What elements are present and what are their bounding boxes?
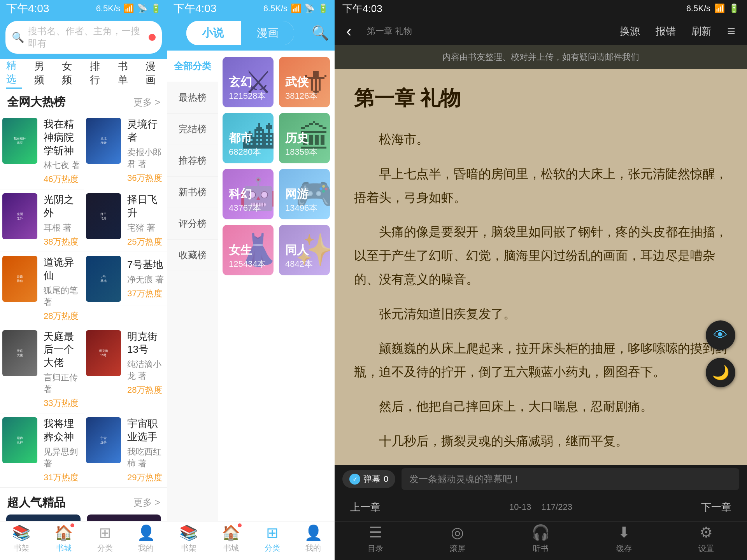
search-icon-2[interactable]: 🔍 xyxy=(312,25,329,41)
next-chapter-button[interactable]: 下一章 xyxy=(701,500,731,514)
nav-category-1[interactable]: ⊞ 分类 xyxy=(97,524,113,553)
signal-icon-2: 📶 xyxy=(291,4,301,14)
book-info-7: 天庭最后一个大佬 言归正传 著 33万热度 xyxy=(44,330,81,409)
book-row-2: 光阴之外 光阴之外 耳根 著 38万热度 择日飞升 择日飞升 宅猪 著 25万热… xyxy=(0,189,167,252)
book-row-3: 道诡异仙 道诡异仙 狐尾的笔 著 28万热度 7号基地 7号基地 净无痕 著 3… xyxy=(0,252,167,326)
cat-card-wangyou[interactable]: 🎮 网游 13496本 xyxy=(279,169,330,219)
list-item[interactable]: 宇宙选手 宇宙职业选手 我吃西红柿 著 29万热度 xyxy=(84,413,167,488)
nav-tab-booklist[interactable]: 书单 xyxy=(118,58,133,88)
listen-label: 听书 xyxy=(533,543,549,554)
nav-bookshelf-2[interactable]: 📚 书架 xyxy=(179,524,198,553)
battery-icon-2: 🔋 xyxy=(318,4,328,14)
sidebar-item-collect[interactable]: 收藏榜 xyxy=(167,240,218,271)
listen-icon: 🎧 xyxy=(531,524,550,541)
battery-icon: 🔋 xyxy=(151,4,161,14)
book-heat-10: 29万热度 xyxy=(127,472,165,483)
book-cover-8: 明克街13号 xyxy=(86,330,121,376)
nav-bookshelf-1[interactable]: 📚 书架 xyxy=(12,524,30,553)
sidebar-item-hot[interactable]: 最热榜 xyxy=(167,82,218,114)
nav-bookstore-1[interactable]: 🏠 书城 xyxy=(54,524,73,553)
list-item[interactable]: 明克街13号 明克街13号 纯洁滴小龙 著 28万热度 xyxy=(84,326,167,401)
cat-card-kehuan[interactable]: 🤖 科幻 43767本 xyxy=(223,169,274,219)
list-item[interactable]: 7号基地 7号基地 净无痕 著 37万热度 xyxy=(84,252,167,306)
list-item[interactable]: 灵境行者 灵境行者 卖报小郎君 著 36万热度 xyxy=(84,114,167,188)
search-record-dot xyxy=(149,34,156,41)
nav-tab-rank[interactable]: 排行 xyxy=(90,58,105,88)
sidebar-item-new[interactable]: 新书榜 xyxy=(167,177,218,208)
sidebar-item-all[interactable]: 全部分类 xyxy=(167,51,218,82)
super-book-2[interactable]: 神秘复苏 32万人在 xyxy=(87,514,161,521)
nav-tab-comic[interactable]: 漫画 xyxy=(146,58,161,88)
reading-status-time: 下午4:03 xyxy=(342,2,382,16)
book-heat-9: 31万热度 xyxy=(44,472,81,483)
list-item[interactable]: 我在精神病院 我在精神病院学斩神 林七夜 著 46万热度 xyxy=(0,114,84,189)
list-item[interactable]: 光阴之外 光阴之外 耳根 著 38万热度 xyxy=(0,189,84,252)
cat-card-dushi[interactable]: 🏙 都市 68280本 xyxy=(223,113,274,163)
cat-count-xuanhuan: 121528本 xyxy=(229,90,267,102)
change-source-button[interactable]: 换源 xyxy=(620,24,640,38)
footer-listen[interactable]: 🎧 听书 xyxy=(531,524,550,554)
sidebar-item-complete[interactable]: 完结榜 xyxy=(167,114,218,145)
nav-profile-2[interactable]: 👤 我的 xyxy=(304,524,323,553)
footer-toc[interactable]: ☰ 目录 xyxy=(368,524,383,554)
list-item[interactable]: 埋葬众神 我将埋葬众神 见异思剑 著 31万热度 xyxy=(0,413,84,488)
book-cover-9: 埋葬众神 xyxy=(2,417,37,463)
night-mode-button[interactable]: 🌙 xyxy=(706,358,735,387)
nav-category-2[interactable]: ⊞ 分类 xyxy=(265,524,280,553)
eye-mode-button[interactable]: 👁 xyxy=(706,320,735,350)
speed-2: 6.5K/s xyxy=(263,4,288,14)
menu-button[interactable]: ≡ xyxy=(727,23,735,39)
prev-chapter-button[interactable]: 上一章 xyxy=(350,500,381,514)
book-half-right-1: 灵境行者 灵境行者 卖报小郎君 著 36万热度 xyxy=(84,114,167,189)
reading-content[interactable]: 第一章 礼物 松海市。 早上七点半，昏暗的房间里，松软的大床上，张元清陡然惊醒，… xyxy=(335,69,747,465)
footer-scroll[interactable]: ◎ 滚屏 xyxy=(450,524,465,554)
toc-label: 目录 xyxy=(368,543,383,554)
cat-card-wuxia[interactable]: 🗡 武侠 38126本 xyxy=(279,57,330,107)
nav-tab-female[interactable]: 女频 xyxy=(62,58,77,88)
book-cover-10: 宇宙选手 xyxy=(86,417,121,463)
back-button[interactable]: ‹ xyxy=(346,23,351,40)
scroll-area-1[interactable]: 全网大热榜 更多 > 我在精神病院 我在精神病院学斩神 林七夜 著 46万热度 … xyxy=(0,87,167,521)
cat-card-lishi[interactable]: 🏛 历史 18359本 xyxy=(279,113,330,163)
cat-card-nvsheng[interactable]: 👗 女生 125434本 xyxy=(223,225,274,275)
nav-bookstore-2[interactable]: 🏠 书城 xyxy=(222,524,240,553)
book-heat-8: 28万热度 xyxy=(127,384,165,396)
reading-speed: 6.5K/s xyxy=(686,4,710,14)
category-icon: ⊞ xyxy=(99,524,111,541)
sidebar-item-score[interactable]: 评分榜 xyxy=(167,208,218,240)
tab-novel[interactable]: 小说 xyxy=(186,21,239,45)
nav-tab-featured[interactable]: 精选 xyxy=(6,57,22,89)
super-book-1[interactable]: 深海余烬 37万人在 xyxy=(6,514,81,521)
cat-title-tongren: 同人 xyxy=(285,242,324,258)
footer-cache[interactable]: ⬇ 缓存 xyxy=(616,524,632,554)
paragraph-4: 张元清知道旧疾复发了。 xyxy=(354,302,728,326)
search-input-wrap[interactable]: 🔍 搜书名、作者、主角，一搜即有 xyxy=(5,21,162,54)
paragraph-1: 松海市。 xyxy=(354,128,728,151)
report-error-button[interactable]: 报错 xyxy=(656,24,676,38)
super-more-link[interactable]: 更多 > xyxy=(133,496,160,509)
refresh-button[interactable]: 刷新 xyxy=(691,24,712,38)
bookstore-icon-2: 🏠 xyxy=(222,525,240,541)
nav-bookshelf-label-2: 书架 xyxy=(181,543,196,553)
footer-settings[interactable]: ⚙ 设置 xyxy=(698,524,714,554)
reading-status-right: 6.5K/s 📶 🔋 xyxy=(686,4,739,14)
hot-more-link[interactable]: 更多 > xyxy=(133,96,160,108)
danmu-toggle-button[interactable]: ✓ 弹幕 0 xyxy=(342,470,395,488)
sidebar-item-recommend[interactable]: 推荐榜 xyxy=(167,145,218,177)
nav-tab-male[interactable]: 男频 xyxy=(34,58,50,88)
danmu-input-field[interactable]: 发一条撼动灵魂的弹幕吧！ xyxy=(402,468,739,490)
list-item[interactable]: 天庭大佬 天庭最后一个大佬 言归正传 著 33万热度 xyxy=(0,326,84,413)
cat-card-xuanhuan[interactable]: ⚔ 玄幻 121528本 xyxy=(223,57,274,107)
settings-label: 设置 xyxy=(698,543,714,554)
list-item[interactable]: 择日飞升 择日飞升 宅猪 著 25万热度 xyxy=(84,189,167,252)
book-row-5: 埋葬众神 我将埋葬众神 见异思剑 著 31万热度 宇宙选手 宇宙职业选手 我吃西… xyxy=(0,413,167,488)
tab-comic[interactable]: 漫画 xyxy=(241,21,294,45)
status-time-1: 下午4:03 xyxy=(6,1,49,16)
list-item[interactable]: 道诡异仙 道诡异仙 狐尾的笔 著 28万热度 xyxy=(0,252,84,326)
book-cover-1: 我在精神病院 xyxy=(2,118,37,164)
book-info-6: 7号基地 净无痕 著 37万热度 xyxy=(127,256,165,302)
super-books-row: 深海余烬 37万人在 神秘复苏 32万人在 xyxy=(0,514,167,521)
book-cover-5: 道诡异仙 xyxy=(2,256,37,302)
cat-card-tongren[interactable]: ✨ 同人 4842本 xyxy=(279,225,330,275)
nav-profile-1[interactable]: 👤 我的 xyxy=(137,524,155,553)
